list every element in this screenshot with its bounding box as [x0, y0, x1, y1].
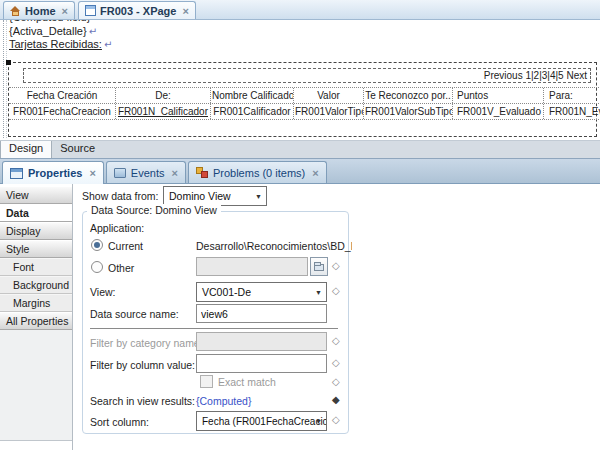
- editor-tab-bar: Home × FR003 - XPage ×: [0, 0, 600, 20]
- property-diamond-icon[interactable]: ◇: [332, 260, 340, 271]
- tab-fr003-label: FR003 - XPage: [100, 5, 176, 17]
- view-header-cell: Para:: [544, 88, 600, 103]
- view-table: Fecha Creación De: Nombre Calificador Va…: [9, 87, 600, 120]
- other-application-field[interactable]: [196, 257, 308, 276]
- sidebar-item-background[interactable]: Background: [0, 276, 72, 294]
- panel-tab-bar: Properties × Events × Problems (0 items)…: [0, 158, 600, 184]
- tab-source[interactable]: Source: [52, 141, 103, 159]
- filter-category-label: Filter by category name:: [90, 337, 203, 349]
- filter-column-field[interactable]: [196, 354, 327, 373]
- data-properties-page: Show data from: Domino View ▼ Data Sourc…: [74, 184, 600, 450]
- xpage-design-canvas[interactable]: {Computed field}↵ {Activa_Detalle}↵ Tarj…: [0, 20, 600, 140]
- tab-properties-label: Properties: [28, 167, 82, 179]
- current-radio-label: Current: [108, 240, 143, 252]
- return-icon: ↵: [89, 26, 97, 37]
- view-combo[interactable]: VC001-De ▼: [196, 282, 327, 302]
- chevron-down-icon: ▼: [315, 418, 322, 425]
- view-data-cell: FR001ValorSubTipo: [364, 104, 453, 119]
- properties-panel: View Data Display Style Font Background …: [0, 184, 600, 450]
- chevron-down-icon: ▼: [315, 289, 322, 296]
- paragraph-margin: [6, 20, 7, 138]
- filter-column-label: Filter by column value:: [90, 359, 195, 371]
- show-data-from-label: Show data from:: [82, 190, 158, 202]
- exact-match-checkbox[interactable]: [200, 375, 213, 388]
- view-data-link-cell[interactable]: FR001N_Calificador: [116, 104, 211, 119]
- view-data-cell: FR001N_Evaluado: [544, 104, 600, 119]
- tab-problems[interactable]: Problems (0 items) ×: [188, 161, 327, 183]
- show-data-from-combo[interactable]: Domino View ▼: [163, 186, 267, 206]
- sidebar-item-font[interactable]: Font: [0, 258, 72, 276]
- close-icon[interactable]: ×: [89, 167, 95, 179]
- close-icon[interactable]: ×: [312, 167, 318, 179]
- sidebar-item-view[interactable]: View: [0, 186, 72, 204]
- return-icon: ↵: [92, 20, 100, 23]
- data-source-group-title: Data Source: Domino View: [87, 204, 221, 216]
- problems-icon: [196, 167, 208, 178]
- separator: [90, 328, 338, 329]
- other-radio[interactable]: [91, 261, 103, 273]
- view-header-cell: Valor: [294, 88, 364, 103]
- current-radio[interactable]: [91, 239, 103, 251]
- sidebar-item-style[interactable]: Style: [0, 240, 72, 258]
- property-diamond-filled-icon[interactable]: ◆: [332, 394, 340, 405]
- property-diamond-icon[interactable]: ◇: [332, 335, 340, 346]
- view-data-cell: FR001Calificador: [211, 104, 294, 119]
- properties-sidebar: View Data Display Style Font Background …: [0, 184, 73, 450]
- filter-category-field[interactable]: [196, 332, 327, 351]
- domino-designer-window: Home × FR003 - XPage × {Computed field}↵…: [0, 0, 600, 450]
- application-label: Application:: [90, 222, 144, 234]
- sidebar-item-all-properties[interactable]: All Properties: [0, 312, 72, 330]
- property-diamond-icon[interactable]: ◇: [332, 414, 340, 425]
- tab-problems-label: Problems (0 items): [213, 167, 305, 179]
- other-radio-label: Other: [108, 262, 134, 274]
- tab-fr003-xpage[interactable]: FR003 - XPage ×: [78, 1, 196, 19]
- properties-icon: [10, 168, 23, 179]
- sort-column-combo[interactable]: Fecha (FR001FechaCreacion) ▼: [196, 411, 327, 431]
- sidebar-item-margins[interactable]: Margins: [0, 294, 72, 312]
- pager-control[interactable]: Previous 1|2|3|4|5 Next: [23, 68, 591, 83]
- folder-icon: [314, 264, 324, 271]
- close-icon[interactable]: ×: [172, 167, 178, 179]
- search-in-view-label: Search in view results:: [90, 395, 195, 407]
- property-diamond-icon[interactable]: ◇: [332, 357, 340, 368]
- computed-text-line: {Computed field}↵: [9, 20, 101, 24]
- close-icon[interactable]: ×: [62, 5, 68, 17]
- tab-events-label: Events: [131, 167, 165, 179]
- current-application-value: Desarrollo\Reconocimientos\BD_Reco: [196, 240, 352, 252]
- computed-link[interactable]: {Computed}: [196, 395, 251, 407]
- xpage-icon: [85, 5, 96, 16]
- data-source-name-label: Data source name:: [90, 308, 179, 320]
- tab-home[interactable]: Home ×: [3, 1, 75, 19]
- close-icon[interactable]: ×: [182, 5, 188, 17]
- editor-mode-bar: Design Source: [0, 140, 600, 158]
- view-header-cell: Te Reconozco por..: [364, 88, 453, 103]
- tarjetas-recibidas-link[interactable]: Tarjetas Recibidas:↵: [9, 38, 112, 51]
- sidebar-filler: [0, 330, 72, 441]
- tab-events[interactable]: Events ×: [106, 161, 186, 183]
- tab-home-label: Home: [25, 5, 56, 17]
- property-diamond-icon[interactable]: ◇: [332, 376, 340, 387]
- chevron-down-icon: ▼: [255, 193, 262, 200]
- paragraph-margin: [3, 20, 4, 138]
- tab-design[interactable]: Design: [0, 141, 52, 159]
- view-header-cell: Fecha Creación: [9, 88, 116, 103]
- return-icon: ↵: [104, 39, 112, 50]
- tab-properties[interactable]: Properties ×: [2, 161, 104, 184]
- selection-handle[interactable]: [6, 60, 11, 65]
- view-header-cell: De:: [116, 88, 211, 103]
- view-header-cell: Nombre Calificador: [211, 88, 294, 103]
- property-diamond-icon[interactable]: ◇: [332, 285, 340, 296]
- browse-button[interactable]: [310, 257, 328, 276]
- view-control[interactable]: Previous 1|2|3|4|5 Next Fecha Creación D…: [8, 62, 597, 137]
- sort-column-label: Sort column:: [90, 416, 149, 428]
- view-header-cell: Puntos: [453, 88, 544, 103]
- events-icon: [114, 168, 126, 178]
- view-header-row: Fecha Creación De: Nombre Calificador Va…: [9, 87, 600, 104]
- sidebar-item-data[interactable]: Data: [0, 204, 72, 222]
- activa-detalle-line: {Activa_Detalle}↵: [9, 25, 97, 38]
- view-data-cell: FR001FechaCreacion: [9, 104, 116, 119]
- sidebar-item-display[interactable]: Display: [0, 222, 72, 240]
- view-data-cell: FR001ValorTipo: [294, 104, 364, 119]
- data-source-name-field[interactable]: [196, 304, 327, 323]
- home-icon: [10, 6, 21, 16]
